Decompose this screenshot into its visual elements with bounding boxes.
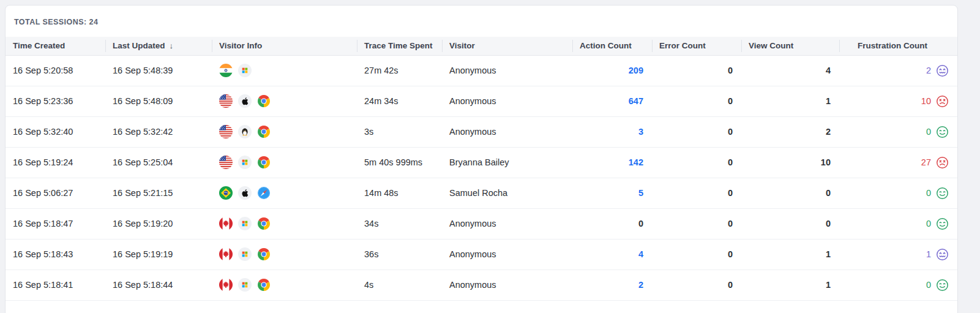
frustration: 1 — [847, 248, 950, 261]
last-updated-value: 16 Sep 5:48:09 — [113, 96, 173, 106]
column-label: Time Created — [13, 41, 65, 50]
column-label: View Count — [749, 41, 793, 50]
visitor-name-value: Anonymous — [449, 127, 496, 137]
column-header-trace-time-spent[interactable]: Trace Time Spent — [357, 37, 442, 55]
browser-safari-icon — [257, 186, 271, 200]
cell-view-count: 4 — [741, 55, 839, 86]
cell-error-count: 0 — [652, 86, 741, 116]
browser-chrome-icon — [257, 94, 271, 108]
column-header-view-count[interactable]: View Count — [741, 37, 839, 55]
error-count-value: 0 — [728, 66, 733, 75]
action-count-value[interactable]: 2 — [638, 280, 643, 290]
cell-trace-time-spent: 4s — [357, 270, 442, 300]
time-created-value: 16 Sep 5:19:24 — [13, 157, 73, 167]
trace-time-spent-value: 34s — [364, 219, 378, 228]
frustration: 2 — [847, 64, 950, 77]
session-row[interactable]: 16 Sep 5:18:4716 Sep 5:19:2034sAnonymous… — [6, 208, 957, 239]
frustration-count-value: 0 — [926, 280, 931, 290]
session-row[interactable]: 16 Sep 5:32:4016 Sep 5:32:423sAnonymous3… — [6, 116, 957, 147]
cell-error-count: 0 — [652, 147, 741, 178]
frustration-happy-face-icon — [936, 217, 949, 230]
session-row[interactable]: 16 Sep 5:20:5816 Sep 5:48:3927m 42sAnony… — [6, 55, 957, 86]
frustration-count-value: 0 — [926, 219, 931, 228]
last-updated-value: 16 Sep 5:19:19 — [113, 249, 173, 259]
last-updated-value: 16 Sep 5:19:20 — [113, 219, 173, 228]
error-count-value: 0 — [728, 280, 733, 290]
action-count-value[interactable]: 5 — [638, 188, 643, 198]
column-header-visitor-info[interactable]: Visitor Info — [212, 37, 357, 55]
column-label: Visitor Info — [219, 41, 262, 50]
action-count-value[interactable]: 142 — [629, 157, 643, 167]
frustration-count-value: 0 — [926, 127, 931, 137]
column-header-time-created[interactable]: Time Created — [6, 37, 105, 55]
action-count-value[interactable]: 3 — [638, 127, 643, 137]
cell-trace-time-spent: 24m 34s — [357, 86, 442, 116]
time-created-value: 16 Sep 5:32:40 — [13, 127, 73, 137]
cell-frustration-count: 27 — [839, 147, 957, 178]
os-windows-icon — [238, 64, 252, 77]
cell-action-count: 647 — [572, 86, 652, 116]
cell-trace-time-spent: 27m 42s — [357, 55, 442, 86]
browser-chrome-icon — [257, 125, 271, 138]
cell-error-count: 0 — [652, 239, 741, 270]
frustration-grimace-face-icon — [936, 248, 949, 261]
column-header-frustration-count[interactable]: Frustration Count — [839, 37, 957, 55]
cell-time-created: 16 Sep 5:18:41 — [6, 270, 105, 300]
last-updated-value: 16 Sep 5:32:42 — [113, 127, 173, 137]
column-header-action-count[interactable]: Action Count — [572, 37, 652, 55]
cell-visitor-name: Anonymous — [442, 208, 572, 239]
visitor-info-icons — [219, 186, 350, 200]
cell-frustration-count: 0 — [839, 178, 957, 208]
sort-arrow-down-icon: ↓ — [170, 41, 174, 50]
session-row[interactable]: 16 Sep 5:23:3616 Sep 5:48:0924m 34sAnony… — [6, 86, 957, 116]
action-count-value[interactable]: 647 — [629, 96, 643, 106]
visitor-info-icons — [219, 278, 350, 292]
column-label: Visitor — [449, 41, 475, 50]
flag-us-icon — [219, 125, 233, 138]
frustration-happy-face-icon — [936, 126, 949, 138]
session-row[interactable]: 16 Sep 5:18:4116 Sep 5:18:444sAnonymous2… — [6, 270, 957, 300]
cell-last-updated: 16 Sep 5:48:09 — [105, 86, 212, 116]
cell-last-updated: 16 Sep 5:21:15 — [105, 178, 212, 208]
total-sessions-label: TOTAL SESSIONS: 24 — [6, 6, 957, 37]
cell-view-count: 1 — [741, 239, 839, 270]
trace-time-spent-value: 3s — [364, 127, 373, 137]
flag-brazil-icon — [219, 186, 233, 200]
session-row[interactable]: 16 Sep 5:18:4316 Sep 5:19:1936sAnonymous… — [6, 239, 957, 270]
flag-canada-icon — [219, 247, 233, 261]
cell-view-count: 0 — [741, 178, 839, 208]
session-row[interactable]: 16 Sep 5:06:2716 Sep 5:21:1514m 48sSamue… — [6, 178, 957, 208]
frustration-happy-face-icon — [936, 187, 949, 200]
cell-last-updated: 16 Sep 5:25:04 — [105, 147, 212, 178]
session-row[interactable]: 16 Sep 5:19:2416 Sep 5:25:045m 40s 999ms… — [6, 147, 957, 178]
action-count-value[interactable]: 4 — [638, 249, 643, 259]
cell-trace-time-spent: 34s — [357, 208, 442, 239]
cell-visitor-info — [212, 270, 357, 300]
last-updated-value: 16 Sep 5:18:44 — [113, 280, 173, 290]
action-count-value[interactable]: 209 — [629, 66, 643, 75]
error-count-value: 0 — [728, 249, 733, 259]
cell-visitor-info — [212, 208, 357, 239]
time-created-value: 16 Sep 5:20:58 — [13, 66, 73, 75]
column-header-visitor[interactable]: Visitor — [442, 37, 572, 55]
view-count-value: 1 — [826, 249, 831, 259]
cell-frustration-count: 1 — [839, 239, 957, 270]
frustration: 0 — [847, 126, 950, 138]
cell-visitor-info — [212, 147, 357, 178]
column-header-last-updated[interactable]: Last Updated↓ — [105, 37, 212, 55]
cell-time-created: 16 Sep 5:20:58 — [6, 55, 105, 86]
error-count-value: 0 — [728, 188, 733, 198]
visitor-info-icons — [219, 247, 350, 261]
cell-action-count: 4 — [572, 239, 652, 270]
column-header-error-count[interactable]: Error Count — [652, 37, 741, 55]
cell-view-count: 10 — [741, 147, 839, 178]
cell-frustration-count: 0 — [839, 116, 957, 147]
frustration: 0 — [847, 217, 950, 230]
cell-trace-time-spent: 5m 40s 999ms — [357, 147, 442, 178]
flag-canada-icon — [219, 278, 233, 292]
visitor-name-value: Samuel Rocha — [449, 188, 507, 198]
cell-visitor-info — [212, 178, 357, 208]
cell-error-count: 0 — [652, 55, 741, 86]
cell-time-created: 16 Sep 5:19:24 — [6, 147, 105, 178]
cell-view-count: 2 — [741, 116, 839, 147]
